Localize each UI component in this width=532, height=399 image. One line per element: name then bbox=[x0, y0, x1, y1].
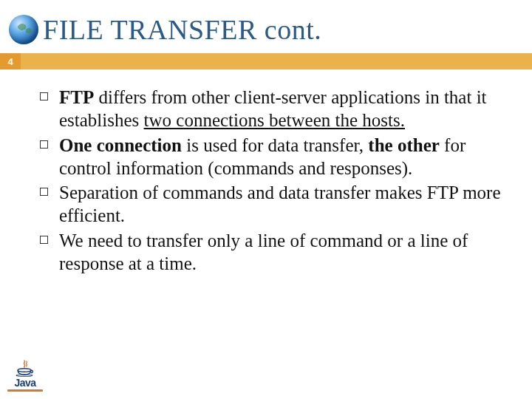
java-logo: Java bbox=[7, 359, 43, 392]
bullet-text: Separation of commands and data transfer… bbox=[59, 183, 501, 225]
list-item: Separation of commands and data transfer… bbox=[38, 181, 502, 228]
bullet-text: We need to transfer only a line of comma… bbox=[59, 231, 468, 273]
bullet-bold: the other bbox=[368, 135, 440, 155]
coffee-cup-icon bbox=[15, 359, 35, 375]
page-title: FILE TRANSFER cont. bbox=[43, 13, 321, 46]
bullet-bold: One connection bbox=[59, 135, 182, 155]
java-logo-text: Java bbox=[7, 377, 43, 389]
bullet-underlined: two connections between the hosts. bbox=[144, 110, 405, 130]
header: FILE TRANSFER cont. bbox=[0, 0, 532, 53]
slide: FILE TRANSFER cont. 4 FTP differs from o… bbox=[0, 0, 532, 399]
svg-point-0 bbox=[18, 369, 31, 372]
list-item: We need to transfer only a line of comma… bbox=[38, 229, 502, 276]
list-item: FTP differs from other client-server app… bbox=[38, 86, 502, 132]
list-item: One connection is used for data transfer… bbox=[38, 134, 502, 180]
bullet-list: FTP differs from other client-server app… bbox=[38, 86, 502, 275]
globe-icon bbox=[9, 15, 38, 44]
bullet-bold: FTP bbox=[59, 87, 94, 107]
accent-bar-fill bbox=[21, 53, 532, 69]
page-number: 4 bbox=[0, 53, 21, 69]
content-area: FTP differs from other client-server app… bbox=[0, 69, 532, 275]
bullet-text: is used for data transfer, bbox=[182, 135, 368, 155]
java-logo-underline bbox=[7, 389, 43, 392]
accent-bar: 4 bbox=[0, 53, 532, 69]
svg-point-1 bbox=[16, 375, 33, 377]
